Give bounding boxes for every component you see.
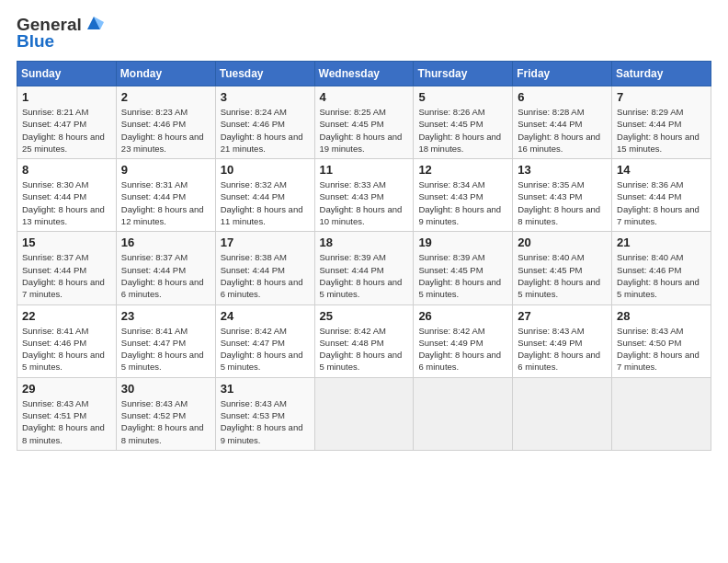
day-cell: 11Sunrise: 8:33 AMSunset: 4:43 PMDayligh… [314, 159, 414, 232]
day-info: Sunrise: 8:39 AMSunset: 4:44 PMDaylight:… [320, 251, 409, 300]
week-row: 8Sunrise: 8:30 AMSunset: 4:44 PMDaylight… [17, 159, 711, 232]
day-number: 23 [121, 309, 210, 323]
day-cell: 29Sunrise: 8:43 AMSunset: 4:51 PMDayligh… [17, 377, 117, 450]
day-cell: 10Sunrise: 8:32 AMSunset: 4:44 PMDayligh… [215, 159, 314, 232]
day-info: Sunrise: 8:36 AMSunset: 4:44 PMDaylight:… [617, 178, 706, 227]
day-info: Sunrise: 8:40 AMSunset: 4:46 PMDaylight:… [617, 251, 706, 300]
day-cell: 15Sunrise: 8:37 AMSunset: 4:44 PMDayligh… [17, 232, 117, 304]
day-number: 16 [121, 236, 210, 249]
day-cell [414, 377, 513, 450]
day-info: Sunrise: 8:21 AMSunset: 4:47 PMDaylight:… [22, 106, 111, 155]
header: General Blue [17, 15, 711, 52]
day-cell: 24Sunrise: 8:42 AMSunset: 4:47 PMDayligh… [215, 304, 314, 377]
day-info: Sunrise: 8:43 AMSunset: 4:52 PMDaylight:… [121, 397, 210, 446]
day-number: 14 [617, 163, 706, 177]
day-cell [513, 377, 612, 450]
logo: General Blue [17, 15, 104, 52]
col-header-wednesday: Wednesday [314, 62, 414, 86]
day-info: Sunrise: 8:32 AMSunset: 4:44 PMDaylight:… [221, 178, 310, 227]
day-info: Sunrise: 8:25 AMSunset: 4:45 PMDaylight:… [320, 106, 409, 155]
day-info: Sunrise: 8:42 AMSunset: 4:47 PMDaylight:… [221, 325, 310, 373]
day-cell: 25Sunrise: 8:42 AMSunset: 4:48 PMDayligh… [314, 304, 414, 377]
day-info: Sunrise: 8:31 AMSunset: 4:44 PMDaylight:… [121, 178, 210, 227]
day-info: Sunrise: 8:33 AMSunset: 4:43 PMDaylight:… [320, 178, 409, 227]
day-info: Sunrise: 8:38 AMSunset: 4:44 PMDaylight:… [221, 251, 310, 300]
day-cell: 23Sunrise: 8:41 AMSunset: 4:47 PMDayligh… [116, 304, 215, 377]
header-row: SundayMondayTuesdayWednesdayThursdayFrid… [17, 62, 711, 86]
day-cell: 27Sunrise: 8:43 AMSunset: 4:49 PMDayligh… [513, 304, 612, 377]
day-info: Sunrise: 8:29 AMSunset: 4:44 PMDaylight:… [617, 106, 706, 155]
day-info: Sunrise: 8:26 AMSunset: 4:45 PMDaylight:… [418, 106, 507, 155]
day-cell [612, 377, 711, 450]
day-info: Sunrise: 8:23 AMSunset: 4:46 PMDaylight:… [121, 106, 210, 155]
day-info: Sunrise: 8:37 AMSunset: 4:44 PMDaylight:… [121, 251, 210, 300]
col-header-saturday: Saturday [612, 62, 711, 86]
day-cell: 14Sunrise: 8:36 AMSunset: 4:44 PMDayligh… [612, 159, 711, 232]
day-info: Sunrise: 8:42 AMSunset: 4:48 PMDaylight:… [320, 325, 409, 373]
col-header-friday: Friday [513, 62, 612, 86]
day-number: 13 [518, 163, 607, 177]
day-number: 20 [518, 236, 607, 249]
day-cell: 5Sunrise: 8:26 AMSunset: 4:45 PMDaylight… [414, 86, 513, 159]
calendar-table: SundayMondayTuesdayWednesdayThursdayFrid… [17, 61, 711, 451]
day-cell: 13Sunrise: 8:35 AMSunset: 4:43 PMDayligh… [513, 159, 612, 232]
day-info: Sunrise: 8:41 AMSunset: 4:47 PMDaylight:… [121, 325, 210, 373]
day-cell: 31Sunrise: 8:43 AMSunset: 4:53 PMDayligh… [215, 377, 314, 450]
day-number: 31 [221, 382, 310, 396]
day-info: Sunrise: 8:43 AMSunset: 4:49 PMDaylight:… [518, 325, 607, 373]
day-number: 17 [221, 236, 310, 249]
day-number: 18 [320, 236, 409, 249]
day-number: 3 [221, 90, 310, 104]
day-number: 5 [418, 90, 507, 104]
day-info: Sunrise: 8:42 AMSunset: 4:49 PMDaylight:… [418, 325, 507, 373]
day-cell: 16Sunrise: 8:37 AMSunset: 4:44 PMDayligh… [116, 232, 215, 304]
day-cell: 17Sunrise: 8:38 AMSunset: 4:44 PMDayligh… [215, 232, 314, 304]
week-row: 15Sunrise: 8:37 AMSunset: 4:44 PMDayligh… [17, 232, 711, 304]
day-cell: 22Sunrise: 8:41 AMSunset: 4:46 PMDayligh… [17, 304, 117, 377]
day-info: Sunrise: 8:41 AMSunset: 4:46 PMDaylight:… [22, 325, 111, 373]
col-header-monday: Monday [116, 62, 215, 86]
day-number: 25 [320, 309, 409, 323]
day-cell: 18Sunrise: 8:39 AMSunset: 4:44 PMDayligh… [314, 232, 414, 304]
col-header-thursday: Thursday [414, 62, 513, 86]
day-info: Sunrise: 8:24 AMSunset: 4:46 PMDaylight:… [221, 106, 310, 155]
day-cell: 3Sunrise: 8:24 AMSunset: 4:46 PMDaylight… [215, 86, 314, 159]
day-info: Sunrise: 8:30 AMSunset: 4:44 PMDaylight:… [22, 178, 111, 227]
day-cell: 21Sunrise: 8:40 AMSunset: 4:46 PMDayligh… [612, 232, 711, 304]
day-cell [314, 377, 414, 450]
col-header-sunday: Sunday [17, 62, 117, 86]
day-number: 19 [418, 236, 507, 249]
day-info: Sunrise: 8:35 AMSunset: 4:43 PMDaylight:… [518, 178, 607, 227]
day-info: Sunrise: 8:43 AMSunset: 4:51 PMDaylight:… [22, 397, 111, 446]
day-number: 26 [418, 309, 507, 323]
day-cell: 9Sunrise: 8:31 AMSunset: 4:44 PMDaylight… [116, 159, 215, 232]
day-cell: 1Sunrise: 8:21 AMSunset: 4:47 PMDaylight… [17, 86, 117, 159]
logo-icon [84, 13, 104, 33]
day-number: 30 [121, 382, 210, 396]
day-number: 1 [22, 90, 111, 104]
day-number: 6 [518, 90, 607, 104]
day-number: 28 [617, 309, 706, 323]
day-number: 12 [418, 163, 507, 177]
day-number: 9 [121, 163, 210, 177]
day-cell: 12Sunrise: 8:34 AMSunset: 4:43 PMDayligh… [414, 159, 513, 232]
day-number: 11 [320, 163, 409, 177]
day-info: Sunrise: 8:34 AMSunset: 4:43 PMDaylight:… [418, 178, 507, 227]
day-number: 8 [22, 163, 111, 177]
day-cell: 26Sunrise: 8:42 AMSunset: 4:49 PMDayligh… [414, 304, 513, 377]
day-info: Sunrise: 8:43 AMSunset: 4:50 PMDaylight:… [617, 325, 706, 373]
day-cell: 6Sunrise: 8:28 AMSunset: 4:44 PMDaylight… [513, 86, 612, 159]
day-number: 29 [22, 382, 111, 396]
day-cell: 7Sunrise: 8:29 AMSunset: 4:44 PMDaylight… [612, 86, 711, 159]
day-number: 10 [221, 163, 310, 177]
day-cell: 30Sunrise: 8:43 AMSunset: 4:52 PMDayligh… [116, 377, 215, 450]
day-cell: 28Sunrise: 8:43 AMSunset: 4:50 PMDayligh… [612, 304, 711, 377]
col-header-tuesday: Tuesday [215, 62, 314, 86]
week-row: 29Sunrise: 8:43 AMSunset: 4:51 PMDayligh… [17, 377, 711, 450]
calendar-page: General Blue SundayMondayTuesdayWednesda… [0, 0, 728, 462]
day-number: 7 [617, 90, 706, 104]
day-cell: 19Sunrise: 8:39 AMSunset: 4:45 PMDayligh… [414, 232, 513, 304]
week-row: 1Sunrise: 8:21 AMSunset: 4:47 PMDaylight… [17, 86, 711, 159]
day-info: Sunrise: 8:43 AMSunset: 4:53 PMDaylight:… [221, 397, 310, 446]
week-row: 22Sunrise: 8:41 AMSunset: 4:46 PMDayligh… [17, 304, 711, 377]
